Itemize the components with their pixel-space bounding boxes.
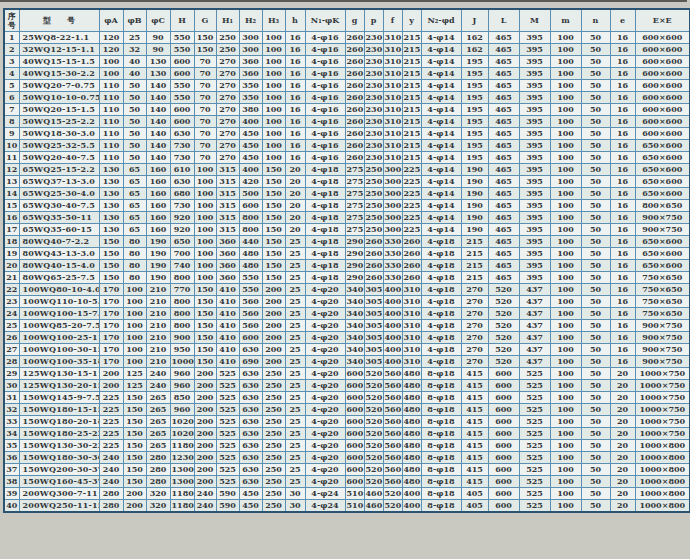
cell-y: 260 <box>402 260 421 272</box>
cell-exe: 750×650 <box>635 284 690 296</box>
cell-n1-phi-k: 4-φ20 <box>305 332 345 344</box>
cell-h1: 525 <box>216 404 239 416</box>
cell-phi-b: 150 <box>123 440 146 452</box>
cell-phi-a: 225 <box>99 416 123 428</box>
cell-l: 465 <box>488 260 519 272</box>
cell-h1: 360 <box>216 248 239 260</box>
cell-h2: 400 <box>239 116 262 128</box>
cell-e: 16 <box>610 56 635 68</box>
cell-n2-phi-d: 4-φ14 <box>421 32 461 44</box>
cell-h3: 250 <box>262 500 285 513</box>
cell-m-small: 100 <box>550 128 581 140</box>
cell-h3: 250 <box>262 476 285 488</box>
cell-j: 270 <box>461 344 488 356</box>
cell-exe: 600×600 <box>635 68 690 80</box>
cell-n2-phi-d: 4-φ14 <box>421 44 461 56</box>
cell-h-cap: 1300 <box>170 464 194 476</box>
cell-f: 560 <box>383 404 402 416</box>
cell-p: 305 <box>364 320 383 332</box>
cell-j: 215 <box>461 248 488 260</box>
table-row: 32150WQ180-15-15225150265960200525630250… <box>4 404 690 416</box>
cell-exe: 900×750 <box>635 320 690 332</box>
cell-phi-a: 170 <box>99 332 123 344</box>
cell-m-cap: 395 <box>519 236 550 248</box>
cell-g-small: 275 <box>345 224 364 236</box>
col-header-phi-c: φC <box>146 9 170 32</box>
cell-phi-b: 100 <box>123 320 146 332</box>
table-row: 33150WQ180-20-18.52251502651020200525630… <box>4 416 690 428</box>
cell-h3: 250 <box>262 380 285 392</box>
cell-model: 40WQ15-15-1.5 <box>19 56 99 68</box>
cell-h3: 150 <box>262 200 285 212</box>
cell-j: 270 <box>461 308 488 320</box>
cell-phi-b: 65 <box>123 200 146 212</box>
cell-n1-phi-k: 4-φ18 <box>305 188 345 200</box>
cell-f: 310 <box>383 92 402 104</box>
cell-model: 50WQ20-40-7.5 <box>19 152 99 164</box>
cell-y: 480 <box>402 392 421 404</box>
cell-h1: 590 <box>216 500 239 513</box>
cell-seq: 38 <box>4 476 19 488</box>
cell-m-cap: 437 <box>519 356 550 368</box>
cell-phi-b: 80 <box>123 260 146 272</box>
cell-h-cap: 650 <box>170 236 194 248</box>
cell-phi-c: 210 <box>146 284 170 296</box>
cell-l: 465 <box>488 188 519 200</box>
cell-p: 520 <box>364 392 383 404</box>
cell-f: 300 <box>383 200 402 212</box>
cell-exe: 650×600 <box>635 188 690 200</box>
cell-seq: 11 <box>4 152 19 164</box>
cell-m-cap: 437 <box>519 296 550 308</box>
cell-m-cap: 395 <box>519 56 550 68</box>
cell-phi-c: 140 <box>146 104 170 116</box>
cell-h3: 200 <box>262 296 285 308</box>
cell-exe: 1000×800 <box>635 488 690 500</box>
cell-n2-phi-d: 4-φ14 <box>421 68 461 80</box>
cell-e: 16 <box>610 152 635 164</box>
cell-n1-phi-k: 4-φ18 <box>305 236 345 248</box>
cell-seq: 10 <box>4 140 19 152</box>
cell-g-small: 340 <box>345 332 364 344</box>
cell-f: 560 <box>383 476 402 488</box>
cell-l: 465 <box>488 128 519 140</box>
cell-h2: 630 <box>239 344 262 356</box>
cell-n1-phi-k: 4-φ16 <box>305 68 345 80</box>
cell-h3: 250 <box>262 404 285 416</box>
cell-n2-phi-d: 4-φ14 <box>421 104 461 116</box>
cell-p: 230 <box>364 68 383 80</box>
cell-n2-phi-d: 4-φ18 <box>421 248 461 260</box>
cell-h2: 500 <box>239 188 262 200</box>
cell-n-small: 50 <box>581 356 610 368</box>
cell-j: 415 <box>461 464 488 476</box>
cell-h-cap: 700 <box>170 248 194 260</box>
cell-m-cap: 395 <box>519 128 550 140</box>
cell-m-small: 100 <box>550 224 581 236</box>
cell-h-small: 25 <box>285 272 305 284</box>
cell-y: 480 <box>402 464 421 476</box>
cell-j: 270 <box>461 296 488 308</box>
cell-seq: 26 <box>4 332 19 344</box>
cell-p: 305 <box>364 284 383 296</box>
cell-model: 125WQ130-15-11 <box>19 368 99 380</box>
cell-seq: 17 <box>4 224 19 236</box>
cell-e: 16 <box>610 236 635 248</box>
cell-phi-b: 200 <box>123 500 146 513</box>
cell-phi-b: 80 <box>123 272 146 284</box>
cell-g-small: 340 <box>345 344 364 356</box>
cell-j: 415 <box>461 416 488 428</box>
cell-f: 400 <box>383 308 402 320</box>
cell-phi-a: 110 <box>99 128 123 140</box>
cell-y: 215 <box>402 68 421 80</box>
cell-m-small: 100 <box>550 368 581 380</box>
cell-n1-phi-k: 4-φ20 <box>305 440 345 452</box>
cell-h-cap: 960 <box>170 380 194 392</box>
col-header-l: L <box>488 9 519 32</box>
cell-h1: 410 <box>216 320 239 332</box>
cell-e: 16 <box>610 176 635 188</box>
cell-model: 50WQ25-32-5.5 <box>19 140 99 152</box>
cell-g-cap: 200 <box>194 380 216 392</box>
cell-m-small: 100 <box>550 296 581 308</box>
cell-j: 195 <box>461 104 488 116</box>
cell-phi-a: 110 <box>99 116 123 128</box>
table-row: 26100WQ100-25-11170100210900150410600200… <box>4 332 690 344</box>
